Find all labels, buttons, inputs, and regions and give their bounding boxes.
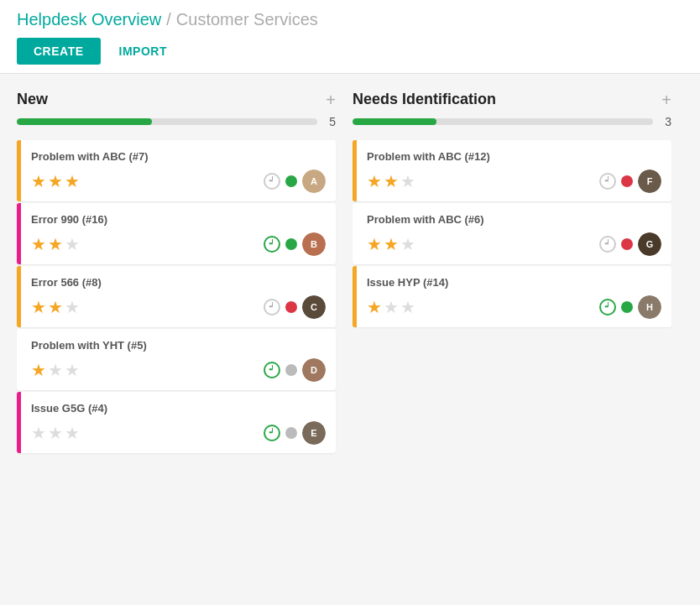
col-header-needs-identification: Needs Identification+ bbox=[353, 91, 671, 108]
status-dot bbox=[285, 364, 297, 376]
col-add-btn-new[interactable]: + bbox=[326, 91, 336, 108]
card-meta: G bbox=[599, 232, 661, 256]
card-footer: ★★★C bbox=[31, 295, 326, 319]
card-title: Problem with ABC (#12) bbox=[367, 150, 661, 163]
card-title: Problem with ABC (#7) bbox=[31, 150, 326, 163]
clock-icon[interactable] bbox=[264, 425, 280, 441]
status-dot bbox=[285, 238, 297, 250]
col-count-new: 5 bbox=[324, 115, 336, 128]
star-icon[interactable]: ★ bbox=[31, 299, 46, 316]
card-meta: C bbox=[264, 295, 326, 319]
clock-icon[interactable] bbox=[264, 362, 280, 378]
clock-icon[interactable] bbox=[599, 173, 616, 190]
star-icon[interactable]: ★ bbox=[48, 425, 63, 441]
card-title: Problem with YHT (#5) bbox=[31, 339, 326, 352]
progress-bar-fill-needs-identification bbox=[353, 118, 436, 125]
star-icon[interactable]: ★ bbox=[384, 173, 399, 190]
col-add-btn-needs-identification[interactable]: + bbox=[661, 91, 671, 108]
clock-icon[interactable] bbox=[264, 236, 280, 253]
star-icon[interactable]: ★ bbox=[65, 425, 80, 441]
star-icon[interactable]: ★ bbox=[31, 236, 46, 253]
avatar: A bbox=[302, 170, 326, 193]
header: Helpdesk Overview / Customer Services CR… bbox=[0, 0, 700, 74]
card-footer: ★★★H bbox=[367, 295, 661, 319]
star-icon[interactable]: ★ bbox=[31, 173, 46, 190]
card-footer: ★★★E bbox=[31, 421, 326, 445]
star-icon[interactable]: ★ bbox=[367, 299, 382, 316]
kanban-board: New+5Problem with ABC (#7)★★★AError 990 … bbox=[0, 74, 700, 472]
kanban-card[interactable]: Problem with ABC (#12)★★★F bbox=[353, 140, 671, 201]
breadcrumb: Helpdesk Overview / Customer Services bbox=[17, 10, 683, 29]
card-stars[interactable]: ★★★ bbox=[31, 425, 80, 441]
star-icon[interactable]: ★ bbox=[367, 173, 382, 190]
card-meta: A bbox=[264, 170, 326, 193]
star-icon[interactable]: ★ bbox=[384, 299, 399, 316]
card-stars[interactable]: ★★★ bbox=[31, 299, 80, 316]
star-icon[interactable]: ★ bbox=[400, 173, 415, 190]
clock-icon[interactable] bbox=[599, 236, 616, 253]
card-stars[interactable]: ★★★ bbox=[367, 299, 415, 316]
star-icon[interactable]: ★ bbox=[65, 299, 80, 316]
create-button[interactable]: CREATE bbox=[17, 38, 101, 65]
card-footer: ★★★G bbox=[367, 232, 661, 256]
star-icon[interactable]: ★ bbox=[48, 299, 63, 316]
status-dot bbox=[285, 427, 297, 439]
col-title-new: New bbox=[17, 91, 48, 108]
clock-icon[interactable] bbox=[264, 299, 280, 316]
kanban-col-new: New+5Problem with ABC (#7)★★★AError 990 … bbox=[17, 91, 336, 455]
breadcrumb-separator: / bbox=[166, 10, 171, 29]
col-title-needs-identification: Needs Identification bbox=[353, 91, 496, 108]
star-icon[interactable]: ★ bbox=[48, 362, 63, 378]
clock-icon[interactable] bbox=[599, 299, 616, 316]
star-icon[interactable]: ★ bbox=[65, 362, 80, 378]
card-footer: ★★★A bbox=[31, 170, 326, 193]
kanban-card[interactable]: Problem with YHT (#5)★★★D bbox=[17, 329, 336, 390]
star-icon[interactable]: ★ bbox=[31, 362, 46, 378]
card-stars[interactable]: ★★★ bbox=[31, 362, 80, 378]
card-meta: F bbox=[599, 170, 661, 193]
star-icon[interactable]: ★ bbox=[400, 236, 415, 253]
kanban-card[interactable]: Issue HYP (#14)★★★H bbox=[353, 266, 671, 327]
status-dot bbox=[285, 175, 297, 187]
card-title: Issue HYP (#14) bbox=[367, 276, 661, 289]
progress-bar-fill-new bbox=[17, 118, 152, 125]
kanban-card[interactable]: Issue G5G (#4)★★★E bbox=[17, 392, 336, 453]
avatar: D bbox=[302, 358, 326, 382]
card-footer: ★★★F bbox=[367, 170, 661, 193]
clock-icon[interactable] bbox=[264, 173, 280, 190]
import-button[interactable]: IMPORT bbox=[111, 38, 175, 65]
card-stars[interactable]: ★★★ bbox=[367, 173, 415, 190]
card-meta: D bbox=[264, 358, 326, 382]
star-icon[interactable]: ★ bbox=[48, 236, 63, 253]
col-count-needs-identification: 3 bbox=[660, 115, 671, 128]
kanban-card[interactable]: Problem with ABC (#7)★★★A bbox=[17, 140, 336, 201]
star-icon[interactable]: ★ bbox=[48, 173, 63, 190]
card-stars[interactable]: ★★★ bbox=[367, 236, 415, 253]
kanban-card[interactable]: Error 990 (#16)★★★B bbox=[17, 203, 336, 264]
kanban-card[interactable]: Problem with ABC (#6)★★★G bbox=[353, 203, 671, 264]
status-dot bbox=[621, 238, 633, 250]
card-footer: ★★★B bbox=[31, 232, 326, 256]
breadcrumb-main[interactable]: Helpdesk Overview bbox=[17, 10, 161, 29]
star-icon[interactable]: ★ bbox=[31, 425, 46, 441]
card-stars[interactable]: ★★★ bbox=[31, 236, 80, 253]
avatar: H bbox=[638, 295, 661, 319]
avatar: G bbox=[638, 232, 661, 256]
star-icon[interactable]: ★ bbox=[65, 236, 80, 253]
progress-bar-bg-new bbox=[17, 118, 317, 125]
kanban-card[interactable]: Error 566 (#8)★★★C bbox=[17, 266, 336, 327]
card-stars[interactable]: ★★★ bbox=[31, 173, 80, 190]
star-icon[interactable]: ★ bbox=[384, 236, 399, 253]
card-title: Problem with ABC (#6) bbox=[367, 213, 661, 226]
breadcrumb-sub[interactable]: Customer Services bbox=[176, 10, 318, 29]
avatar: F bbox=[638, 170, 661, 193]
star-icon[interactable]: ★ bbox=[65, 173, 80, 190]
avatar: C bbox=[302, 295, 326, 319]
kanban-col-needs-identification: Needs Identification+3Problem with ABC (… bbox=[353, 91, 671, 455]
star-icon[interactable]: ★ bbox=[367, 236, 382, 253]
progress-bar-bg-needs-identification bbox=[353, 118, 653, 125]
col-progress-needs-identification: 3 bbox=[353, 115, 671, 128]
toolbar: CREATE IMPORT bbox=[17, 38, 683, 73]
card-meta: H bbox=[599, 295, 661, 319]
star-icon[interactable]: ★ bbox=[400, 299, 415, 316]
